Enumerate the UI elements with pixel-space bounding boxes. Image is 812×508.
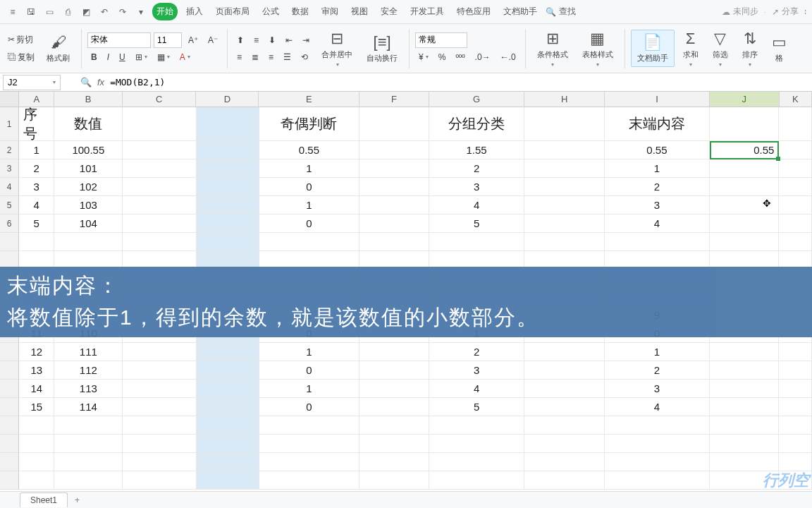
col-header-H[interactable]: H [524,92,605,107]
cell[interactable] [524,141,605,159]
cell[interactable] [605,471,710,490]
cell[interactable]: 0 [259,361,360,380]
cell[interactable] [429,435,524,453]
cell[interactable] [359,107,429,141]
cell[interactable] [123,178,196,196]
align-middle-button[interactable]: ≡ [250,32,262,48]
fx-icon[interactable]: fx [97,77,104,87]
tab-data[interactable]: 数据 [288,3,313,20]
row-header[interactable] [0,361,19,380]
cell[interactable] [524,435,605,453]
wrap-text-button[interactable]: [≡] 自动换行 [361,30,403,66]
cell[interactable]: 1 [605,159,710,178]
cell[interactable] [259,435,360,453]
decrease-font-button[interactable]: A⁻ [204,32,221,48]
sync-status[interactable]: ☁ 未同步 · ↗ 分享 ∶ [722,6,806,18]
cell[interactable] [779,435,812,453]
cell[interactable]: 13 [19,361,55,380]
fill-color-button[interactable]: ▦▾ [154,49,173,65]
cell[interactable] [710,233,780,251]
col-header-B[interactable]: B [54,92,123,107]
row-header[interactable] [0,233,19,251]
cell[interactable] [197,233,259,251]
align-right-button[interactable]: ≡ [265,49,277,65]
tab-special[interactable]: 特色应用 [453,3,495,20]
cell[interactable]: 0 [259,178,360,196]
cell[interactable] [259,453,360,471]
sort-button[interactable]: ⇅ 排序▾ [737,27,763,71]
cell[interactable] [710,196,780,214]
currency-button[interactable]: ¥▾ [415,49,432,65]
cell[interactable] [197,141,259,159]
save-icon[interactable]: 🖫 [24,5,38,19]
cell[interactable] [710,416,780,435]
cell[interactable] [429,471,524,490]
cell[interactable] [197,380,259,398]
cell[interactable]: 4 [605,214,710,233]
cell[interactable]: 数值 [54,107,123,141]
table-style-button[interactable]: ▦ 表格样式▾ [577,27,619,71]
copy-button[interactable]: ⿻复制 [4,49,38,66]
cell[interactable] [54,453,123,471]
cell[interactable]: 1.55 [429,141,524,159]
cell[interactable]: 4 [429,196,524,214]
cell[interactable] [359,196,429,214]
cell[interactable] [359,178,429,196]
cell[interactable]: 1 [259,196,360,214]
row-header[interactable]: 1 [0,107,19,141]
font-name-select[interactable] [87,32,151,48]
border-button[interactable]: ⊞▾ [132,49,151,65]
cell[interactable]: 1 [259,380,360,398]
cell[interactable] [605,435,710,453]
col-header-D[interactable]: D [196,92,259,107]
search-fx-icon[interactable]: 🔍 [80,77,92,87]
cell[interactable] [54,233,123,251]
cell[interactable] [19,453,55,471]
cell[interactable] [605,233,710,251]
cell[interactable]: 1 [259,343,360,361]
cell[interactable] [429,233,524,251]
cell[interactable] [710,343,780,361]
cell[interactable]: 序号 [19,107,55,141]
underline-button[interactable]: U [116,49,129,65]
bold-button[interactable]: B [87,49,101,65]
cell[interactable] [259,233,360,251]
col-header-K[interactable]: K [780,92,812,107]
cell[interactable] [19,233,55,251]
increase-decimal-button[interactable]: .0→ [472,49,494,65]
cell[interactable] [197,159,259,178]
format-painter-button[interactable]: 🖌 格式刷 [41,30,75,66]
cell[interactable] [359,471,429,490]
cell[interactable]: 2 [429,343,524,361]
cell[interactable]: 分组分类 [429,107,524,141]
sum-button[interactable]: Σ 求和▾ [677,27,704,71]
cell[interactable] [779,178,812,196]
cell[interactable]: 0.55 [605,141,710,159]
cell[interactable] [779,343,812,361]
row-header[interactable]: 5 [0,196,19,214]
cell[interactable] [197,178,259,196]
cell[interactable] [259,471,360,490]
cell[interactable] [524,398,605,416]
cell[interactable] [19,416,55,435]
cell[interactable]: 103 [54,196,123,214]
cell[interactable] [123,233,196,251]
cell[interactable] [710,178,780,196]
row-header[interactable] [0,453,19,471]
cell[interactable]: 奇偶判断 [259,107,360,141]
cell[interactable] [123,435,196,453]
cell[interactable] [197,196,259,214]
cell[interactable]: 2 [429,159,524,178]
folder-icon[interactable]: ▭ [42,5,56,19]
cell[interactable] [359,159,429,178]
percent-button[interactable]: % [435,49,450,65]
cell[interactable] [123,343,196,361]
cut-button[interactable]: ✂剪切 [4,32,38,48]
cell[interactable] [779,159,812,178]
cell[interactable] [710,214,780,233]
decrease-decimal-button[interactable]: ←.0 [497,49,519,65]
align-top-button[interactable]: ⬆ [233,32,247,48]
select-all-corner[interactable] [0,92,19,107]
cell[interactable] [524,343,605,361]
undo-icon[interactable]: ↶ [97,5,111,19]
